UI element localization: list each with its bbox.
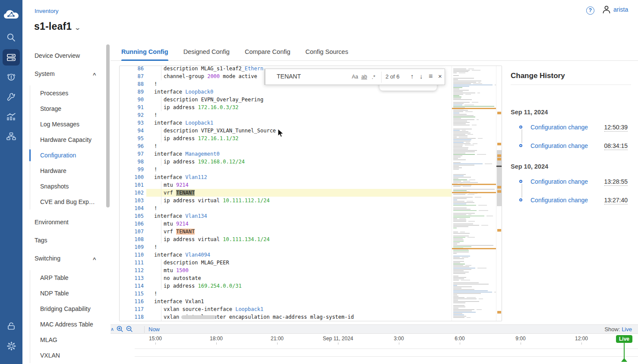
- editor-overview-ruler[interactable]: [496, 66, 502, 321]
- timeline-now-button[interactable]: Now: [148, 326, 160, 333]
- sidebar-item-storage[interactable]: Storage: [22, 101, 109, 116]
- timeline-collapse-icon[interactable]: ∧: [111, 326, 114, 332]
- code-line-92: 92!: [120, 111, 452, 119]
- sidebar-item-switching[interactable]: Switching∧: [22, 249, 109, 267]
- sidebar-item-system[interactable]: System∧: [22, 65, 109, 83]
- cloudvision-logo-icon[interactable]: [2, 7, 21, 23]
- devices-icon[interactable]: [3, 49, 20, 66]
- history-entry-link[interactable]: Configuration change: [531, 124, 588, 131]
- breadcrumb-inventory[interactable]: Inventory: [35, 8, 59, 14]
- line-number: 114: [120, 282, 144, 290]
- code-text: !: [154, 243, 157, 251]
- regex-toggle[interactable]: .*: [372, 74, 376, 80]
- sidebar-item-vxlan[interactable]: VXLAN: [22, 348, 109, 363]
- sidebar-item-device-overview[interactable]: Device Overview: [22, 47, 109, 65]
- sidebar-item-mac-address-table[interactable]: MAC Address Table: [22, 317, 109, 332]
- sidebar-item-label: NDP Table: [40, 290, 69, 297]
- sidebar-item-log-messages[interactable]: Log Messages: [22, 116, 109, 132]
- events-icon[interactable]: [3, 69, 20, 85]
- sidebar-scrollbar[interactable]: [106, 44, 110, 207]
- tab-compare-config[interactable]: Compare Config: [245, 43, 291, 61]
- line-number: 93: [120, 119, 144, 127]
- device-title[interactable]: s1-leaf1⌄: [34, 21, 80, 32]
- sidebar-item-arp-table[interactable]: ARP Table: [22, 270, 109, 286]
- code-text: ip address 172.16.0.3/32: [164, 104, 238, 111]
- history-entry-link[interactable]: Configuration change: [531, 142, 588, 149]
- show-value-live[interactable]: Live: [622, 326, 632, 333]
- sidebar-item-hardware-capacity[interactable]: Hardware Capacity: [22, 132, 109, 147]
- tab-config-sources[interactable]: Config Sources: [306, 43, 348, 61]
- divider: [144, 326, 145, 333]
- running-config-editor[interactable]: 86description MLAG_s1-leaf2_Ethern87chan…: [119, 66, 502, 321]
- topology-icon[interactable]: [3, 128, 20, 144]
- history-ring-icon[interactable]: [519, 180, 522, 183]
- find-in-selection-button[interactable]: ≡: [429, 72, 433, 80]
- editor-minimap[interactable]: [452, 66, 496, 321]
- search-icon[interactable]: [3, 29, 20, 46]
- sidebar-item-label: Log Messages: [40, 121, 79, 128]
- find-separator: [381, 72, 382, 83]
- tab-designed-config[interactable]: Designed Config: [183, 43, 230, 61]
- code-line-102: 102vrf TENANT: [120, 189, 452, 197]
- code-line-106: 106mtu 9214: [120, 220, 452, 228]
- indent-guide: [161, 135, 161, 142]
- code-text: interface Management0: [154, 150, 220, 158]
- history-ring-icon[interactable]: [519, 126, 522, 129]
- sidebar-item-bridging-capability[interactable]: Bridging Capability: [22, 301, 109, 317]
- sidebar-item-cve-and-bug-exp[interactable]: CVE and Bug Exp…: [22, 194, 109, 210]
- sidebar-item-snapshots[interactable]: Snapshots: [22, 179, 109, 194]
- timeline-tick-label: 21:00: [271, 336, 284, 342]
- history-entry-link[interactable]: Configuration change: [531, 178, 588, 185]
- user-menu[interactable]: arista: [602, 5, 628, 14]
- find-next-button[interactable]: ↓: [420, 72, 423, 80]
- find-previous-button[interactable]: ↑: [411, 72, 414, 80]
- find-input[interactable]: [277, 73, 350, 80]
- settings-icon[interactable]: [3, 338, 20, 354]
- help-icon[interactable]: ?: [586, 6, 594, 15]
- line-number: 88: [120, 80, 144, 88]
- live-badge[interactable]: Live: [616, 335, 632, 343]
- sidebar-nav: Device OverviewSystem∧ProcessesStorageLo…: [22, 43, 111, 364]
- match-case-toggle[interactable]: Aa: [352, 74, 358, 80]
- code-text: vrf TENANT: [164, 228, 195, 235]
- code-line-90: 90description EVPN_Overlay_Peering: [120, 96, 452, 104]
- line-number: 97: [120, 150, 144, 158]
- find-match-marker: [497, 154, 501, 157]
- chevron-down-icon[interactable]: ⌄: [74, 24, 82, 31]
- sidebar-item-label: MAC Address Table: [40, 321, 93, 328]
- config-tabbar: Running ConfigDesigned ConfigCompare Con…: [111, 43, 638, 61]
- find-close-button[interactable]: ×: [438, 72, 442, 80]
- sidebar-item-hardware[interactable]: Hardware: [22, 163, 109, 179]
- lock-icon[interactable]: [3, 318, 20, 334]
- sidebar-item-mlag[interactable]: MLAG: [22, 332, 109, 348]
- sidebar-item-processes[interactable]: Processes: [22, 85, 109, 101]
- whole-word-toggle[interactable]: ab: [361, 74, 367, 80]
- code-line-99: 99!: [120, 166, 452, 173]
- timeline-zoom-in-icon[interactable]: [117, 326, 123, 334]
- code-text: interface Vlan4094: [154, 251, 210, 259]
- code-text: mtu 9214: [164, 220, 189, 228]
- line-number: 87: [120, 72, 144, 80]
- chevron-up-icon[interactable]: ∧: [92, 72, 97, 76]
- sidebar-item-environment[interactable]: Environment: [22, 213, 109, 231]
- line-number: 101: [120, 181, 144, 189]
- timeline-tick-label: 9:00: [515, 336, 525, 342]
- metrics-icon[interactable]: [3, 108, 20, 125]
- editor-hscrollbar[interactable]: [181, 315, 216, 319]
- sidebar-item-tags[interactable]: Tags: [22, 231, 109, 249]
- provisioning-icon[interactable]: [3, 88, 20, 105]
- timeline-zoom-out-icon[interactable]: [126, 326, 133, 334]
- live-marker-triangle[interactable]: [621, 358, 627, 362]
- history-ring-icon[interactable]: [519, 144, 522, 147]
- sidebar-item-ndp-table[interactable]: NDP Table: [22, 286, 109, 301]
- history-ring-icon[interactable]: [519, 198, 522, 201]
- history-entry-link[interactable]: Configuration change: [531, 197, 588, 204]
- code-line-95: 95ip address 172.16.1.1/32: [120, 135, 452, 142]
- tab-running-config[interactable]: Running Config: [121, 43, 168, 61]
- chevron-up-icon[interactable]: ∧: [92, 256, 97, 261]
- code-text: ip address 172.16.1.1/32: [164, 135, 238, 142]
- history-entry-time: 13:28:55: [604, 178, 628, 186]
- history-connector-line: [521, 184, 522, 198]
- code-line-109: 109!: [120, 243, 452, 251]
- sidebar-item-configuration[interactable]: Configuration: [22, 147, 109, 163]
